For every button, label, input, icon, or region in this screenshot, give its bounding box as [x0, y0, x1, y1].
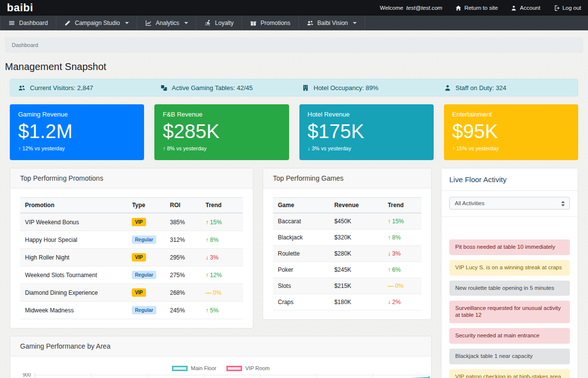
games-card-title: Top Performing Games: [263, 168, 431, 189]
trend-cell: ↑6%: [383, 262, 421, 278]
main-nav: DashboardCampaign StudioAnalyticsLoyalty…: [0, 16, 588, 30]
column-header-type: Type: [127, 198, 165, 213]
revenue-cell: $320K: [329, 230, 383, 246]
revenue-value: $95K: [452, 120, 570, 142]
nav-item-campaign-studio[interactable]: Campaign Studio: [56, 16, 137, 30]
topbar-right: Welcome test@test.com Return to siteAcco…: [380, 5, 581, 11]
column-header-game: Game: [273, 198, 329, 213]
revenue-cards: Gaming Revenue $1.2M ↑12% vs yesterday F…: [10, 104, 578, 160]
logout-icon: [553, 5, 560, 11]
activity-item: Blackjack table 1 near capacity: [449, 349, 570, 364]
type-badge: Regular: [132, 271, 156, 279]
topbar-link-log-out[interactable]: Log out: [553, 5, 581, 11]
activity-panel-title: Live Floor Activity: [441, 168, 578, 191]
promotion-cell: VIP Weekend Bonus: [20, 213, 127, 231]
breadcrumb-item-dashboard[interactable]: Dashboard: [12, 42, 38, 48]
activity-list: Pit boss needed at table 10 immediatelyV…: [441, 217, 578, 378]
table-row: Baccarat $450K ↑15%: [273, 213, 421, 230]
promotions-card-title: Top Performing Promotions: [10, 168, 253, 189]
trend-cell: ↓3%: [201, 249, 243, 266]
activity-item: Surveillance requested for unusual activ…: [449, 301, 570, 323]
game-cell: Poker: [273, 262, 329, 278]
table-row: High Roller Night VIP 295% ↓3%: [20, 249, 243, 266]
nav-item-promotions[interactable]: Promotions: [242, 16, 299, 30]
trend-cell: ↓3%: [383, 246, 421, 262]
person-icon: [444, 84, 451, 92]
revenue-trend: ↑15% vs yesterday: [452, 145, 570, 151]
roi-cell: 275%: [165, 266, 201, 284]
select-arrows-icon: [561, 200, 565, 207]
svg-text:900: 900: [23, 373, 31, 378]
chevron-down-icon: [353, 22, 357, 24]
topbar-link-account[interactable]: Account: [511, 5, 540, 11]
nav-item-loyalty[interactable]: Loyalty: [196, 16, 242, 30]
top-bar: baibi Welcome test@test.com Return to si…: [0, 0, 588, 16]
revenue-cell: $180K: [329, 294, 383, 310]
revenue-cell: $450K: [329, 213, 383, 230]
revenue-card-f-b-revenue: F&B Revenue $285K ↑8% vs yesterday: [154, 104, 289, 160]
stats-bar: Current Visitors: 2,847Active Gaming Tab…: [10, 79, 578, 96]
legend-entry-main-floor[interactable]: Main Floor: [172, 365, 217, 371]
roi-cell: 295%: [165, 249, 201, 266]
table-row: Happy Hour Special Regular 312% ↑8%: [20, 231, 243, 249]
stat-staff-on-duty: Staff on Duty: 324: [436, 84, 578, 92]
activity-item: VIP Lucy S. is on a winning streak at cr…: [449, 260, 570, 276]
running-icon: [204, 20, 211, 26]
activity-filter-select[interactable]: All Activities: [449, 197, 570, 210]
stat-active-gaming-tables: Active Gaming Tables: 42/45: [152, 84, 294, 92]
type-cell: Regular: [127, 231, 165, 249]
promotion-cell: Happy Hour Special: [20, 231, 127, 249]
stat-hotel-occupancy: Hotel Occupancy: 89%: [294, 84, 436, 92]
table-row: Craps $180K ↓2%: [273, 294, 421, 310]
column-header-trend: Trend: [383, 198, 421, 213]
chevron-down-icon: [184, 22, 188, 24]
table-row: VIP Weekend Bonus VIP 385% ↑15%: [20, 213, 243, 231]
trend-cell: ↑12%: [201, 266, 243, 284]
game-cell: Blackjack: [273, 230, 329, 246]
legend-entry-vip-room[interactable]: VIP Room: [226, 365, 270, 371]
trend-cell: ↑5%: [201, 302, 243, 319]
game-cell: Craps: [273, 294, 329, 310]
column-header-revenue: Revenue: [329, 198, 383, 213]
roi-cell: 268%: [165, 284, 201, 302]
revenue-card-hotel-revenue: Hotel Revenue $175K ↓3% vs yesterday: [299, 104, 434, 160]
game-cell: Roulette: [273, 246, 329, 262]
nav-item-analytics[interactable]: Analytics: [137, 16, 196, 30]
nav-item-dashboard[interactable]: Dashboard: [0, 16, 56, 30]
column-header-roi: ROI: [165, 198, 201, 213]
type-badge: VIP: [132, 288, 146, 297]
revenue-cell: $245K: [329, 262, 383, 278]
type-cell: Regular: [127, 302, 165, 319]
promotion-cell: Midweek Madness: [20, 302, 127, 319]
roi-cell: 245%: [165, 302, 201, 319]
topbar-link-return-to-site[interactable]: Return to site: [455, 5, 498, 11]
column-header-promotion: Promotion: [20, 198, 127, 213]
dashboard-page: baibi Welcome test@test.com Return to si…: [0, 0, 588, 378]
trend-cell: —0%: [201, 284, 243, 302]
nav-item-baibi-vision[interactable]: Baibi Vision: [299, 16, 365, 30]
menu-icon: [8, 20, 15, 26]
page-title: Management Snapshot: [5, 61, 583, 72]
promotion-cell: Diamond Dining Experience: [20, 284, 127, 302]
gaming-performance-card: Gaming Performance by Area Main Floor VI…: [10, 336, 432, 378]
game-cell: Slots: [273, 278, 329, 294]
revenue-value: $285K: [163, 120, 280, 142]
type-badge: VIP: [132, 253, 146, 261]
breadcrumb: Dashboard: [5, 37, 583, 53]
trend-cell: ↑15%: [201, 213, 243, 231]
games-card: Top Performing Games GameRevenueTrend Ba…: [263, 168, 432, 320]
activity-item: VIP patron checking in at high-stakes ar…: [449, 369, 570, 378]
activity-item: Security needed at main entrance: [449, 328, 570, 344]
type-badge: Regular: [132, 306, 156, 314]
chart-legend: Main Floor VIP Room: [15, 365, 426, 371]
activity-item: Pit boss needed at table 10 immediately: [449, 239, 570, 255]
revenue-value: $1.2M: [18, 120, 136, 142]
type-cell: VIP: [127, 213, 165, 231]
revenue-card-gaming-revenue: Gaming Revenue $1.2M ↑12% vs yesterday: [10, 104, 144, 160]
activity-filter-row: All Activities: [441, 191, 578, 217]
type-cell: VIP: [127, 249, 165, 266]
line-chart: 900700500300100: [15, 373, 426, 378]
revenue-trend: ↑8% vs yesterday: [163, 145, 280, 151]
table-row: Roulette $280K ↓3%: [273, 246, 421, 262]
revenue-card-entertainment: Entertainment $95K ↑15% vs yesterday: [444, 104, 578, 160]
